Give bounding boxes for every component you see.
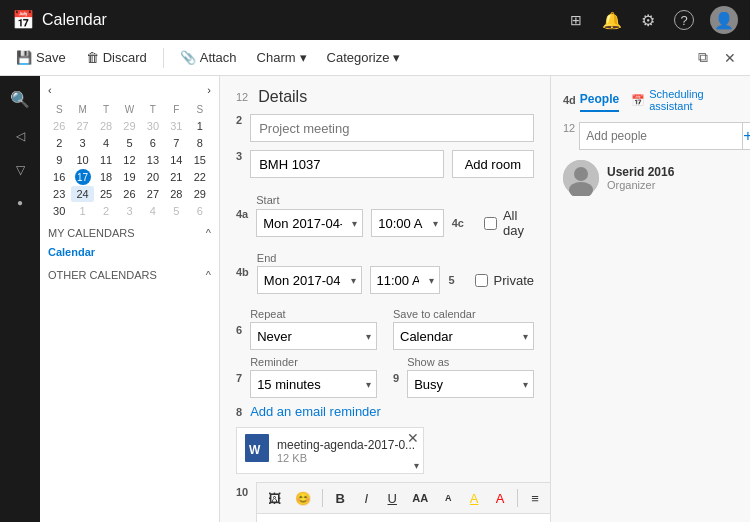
font-color-button[interactable]: A bbox=[489, 487, 511, 509]
profile-avatar[interactable]: 👤 bbox=[710, 6, 738, 34]
location-input[interactable] bbox=[250, 150, 444, 178]
cal-day[interactable]: 5 bbox=[165, 203, 187, 219]
cal-day[interactable]: 20 bbox=[142, 169, 164, 185]
all-day-checkbox[interactable] bbox=[484, 217, 497, 230]
my-cal-expand-icon[interactable]: ^ bbox=[206, 227, 211, 239]
discard-button[interactable]: 🗑 Discard bbox=[78, 46, 155, 69]
reminder-showas-row: 7 Reminder 15 minutes 9 Show as bbox=[236, 356, 534, 398]
cal-day[interactable]: 28 bbox=[95, 118, 117, 134]
cal-day-selected[interactable]: 24 bbox=[71, 186, 93, 202]
cal-day[interactable]: 29 bbox=[189, 186, 211, 202]
underline-button[interactable]: U bbox=[381, 487, 403, 509]
add-room-button[interactable]: Add room bbox=[452, 150, 534, 178]
expand-icon[interactable]: ▽ bbox=[10, 157, 31, 183]
cal-day[interactable]: 3 bbox=[71, 135, 93, 151]
cal-day[interactable]: 1 bbox=[189, 118, 211, 134]
calendar-nav: ‹ › bbox=[48, 84, 211, 96]
grid-icon[interactable]: ⊞ bbox=[566, 10, 586, 30]
private-label: Private bbox=[494, 273, 534, 288]
cal-day[interactable]: 30 bbox=[48, 203, 70, 219]
insert-image-button[interactable]: 🖼 bbox=[263, 487, 286, 509]
insert-emoji-button[interactable]: 😊 bbox=[290, 487, 316, 509]
highlight-button[interactable]: A bbox=[463, 487, 485, 509]
other-cal-expand-icon[interactable]: ^ bbox=[206, 269, 211, 281]
cal-day[interactable]: 15 bbox=[189, 152, 211, 168]
font-smaller-button[interactable]: A bbox=[437, 487, 459, 509]
bullets-button[interactable]: ≡ bbox=[524, 487, 546, 509]
cal-day[interactable]: 16 bbox=[48, 169, 70, 185]
popout-button[interactable]: ⧉ bbox=[692, 47, 714, 68]
cal-day-today[interactable]: 17 bbox=[71, 169, 93, 185]
cal-day[interactable]: 22 bbox=[189, 169, 211, 185]
cal-day[interactable]: 27 bbox=[142, 186, 164, 202]
cal-day[interactable]: 7 bbox=[165, 135, 187, 151]
dot-icon[interactable]: ● bbox=[11, 191, 29, 214]
scheduling-assistant-tab[interactable]: 📅 Scheduling assistant bbox=[631, 88, 738, 112]
bold-button[interactable]: B bbox=[329, 487, 351, 509]
cal-day[interactable]: 30 bbox=[142, 118, 164, 134]
cal-day[interactable]: 13 bbox=[142, 152, 164, 168]
search-icon[interactable]: 🔍 bbox=[4, 84, 36, 115]
charm-button[interactable]: Charm ▾ bbox=[249, 46, 315, 69]
font-larger-button[interactable]: AA bbox=[407, 487, 433, 509]
save-to-cal-select[interactable]: Calendar bbox=[393, 322, 534, 350]
attachment-expand-button[interactable]: ▾ bbox=[414, 460, 419, 471]
italic-button[interactable]: I bbox=[355, 487, 377, 509]
main-content: 🔍 ◁ ▽ ● ‹ › S M T W T F S 26 27 28 29 30… bbox=[0, 76, 750, 522]
cal-day[interactable]: 28 bbox=[165, 186, 187, 202]
cal-day[interactable]: 27 bbox=[71, 118, 93, 134]
cal-day[interactable]: 4 bbox=[95, 135, 117, 151]
repeat-select[interactable]: Never bbox=[250, 322, 377, 350]
cal-day[interactable]: 6 bbox=[189, 203, 211, 219]
cal-day[interactable]: 31 bbox=[165, 118, 187, 134]
bell-icon[interactable]: 🔔 bbox=[602, 10, 622, 30]
cal-day[interactable]: 19 bbox=[118, 169, 140, 185]
add-people-input[interactable] bbox=[579, 122, 743, 150]
private-checkbox[interactable] bbox=[475, 274, 488, 287]
reminder-select[interactable]: 15 minutes bbox=[250, 370, 377, 398]
cal-day[interactable]: 29 bbox=[118, 118, 140, 134]
start-date-select[interactable]: Mon 2017-04-24 bbox=[256, 209, 363, 237]
cal-day[interactable]: 9 bbox=[48, 152, 70, 168]
cal-day[interactable]: 6 bbox=[142, 135, 164, 151]
attach-button[interactable]: 📎 Attach bbox=[172, 46, 245, 69]
end-time-select[interactable]: 11:00 AM bbox=[370, 266, 441, 294]
categorize-button[interactable]: Categorize ▾ bbox=[319, 46, 409, 69]
start-time-select[interactable]: 10:00 AM bbox=[371, 209, 443, 237]
cal-day[interactable]: 4 bbox=[142, 203, 164, 219]
cal-day[interactable]: 21 bbox=[165, 169, 187, 185]
cal-day[interactable]: 10 bbox=[71, 152, 93, 168]
cal-day[interactable]: 23 bbox=[48, 186, 70, 202]
title-input[interactable] bbox=[250, 114, 534, 142]
cal-day[interactable]: 14 bbox=[165, 152, 187, 168]
cal-day[interactable]: 5 bbox=[118, 135, 140, 151]
cal-day[interactable]: 25 bbox=[95, 186, 117, 202]
people-tab[interactable]: People bbox=[580, 88, 619, 112]
cal-day[interactable]: 11 bbox=[95, 152, 117, 168]
repeat-save-row: 6 Repeat Never Save to calendar Calendar bbox=[236, 308, 534, 350]
cal-day[interactable]: 8 bbox=[189, 135, 211, 151]
end-date-select[interactable]: Mon 2017-04-24 bbox=[257, 266, 362, 294]
categorize-chevron-icon: ▾ bbox=[393, 50, 400, 65]
cal-day[interactable]: 1 bbox=[71, 203, 93, 219]
cal-day[interactable]: 26 bbox=[48, 118, 70, 134]
help-icon[interactable]: ? bbox=[674, 10, 694, 30]
back-icon[interactable]: ◁ bbox=[10, 123, 31, 149]
cal-next-button[interactable]: › bbox=[207, 84, 211, 96]
cal-day[interactable]: 26 bbox=[118, 186, 140, 202]
cal-day[interactable]: 18 bbox=[95, 169, 117, 185]
show-as-select[interactable]: Busy bbox=[407, 370, 534, 398]
close-window-button[interactable]: ✕ bbox=[718, 47, 742, 68]
cal-day[interactable]: 3 bbox=[118, 203, 140, 219]
body-text[interactable]: To discuss current status and next steps… bbox=[256, 513, 550, 522]
add-people-button[interactable]: + bbox=[743, 122, 750, 150]
email-reminder-link[interactable]: Add an email reminder bbox=[250, 404, 381, 419]
cal-day[interactable]: 2 bbox=[95, 203, 117, 219]
save-button[interactable]: 💾 Save bbox=[8, 46, 74, 69]
cal-day[interactable]: 12 bbox=[118, 152, 140, 168]
settings-icon[interactable]: ⚙ bbox=[638, 10, 658, 30]
cal-prev-button[interactable]: ‹ bbox=[48, 84, 52, 96]
my-calendar-item[interactable]: Calendar bbox=[48, 243, 211, 261]
cal-day[interactable]: 2 bbox=[48, 135, 70, 151]
attachment-close-button[interactable]: ✕ bbox=[407, 430, 419, 446]
